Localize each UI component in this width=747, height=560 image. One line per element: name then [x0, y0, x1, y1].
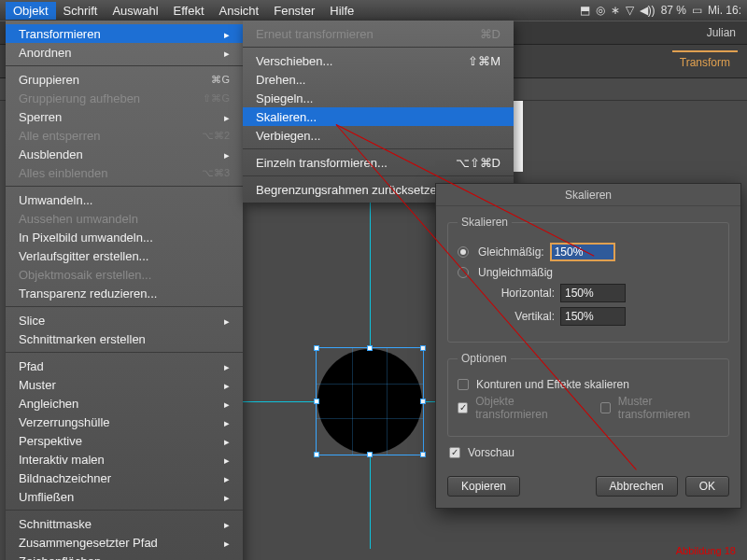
menu-item: Gruppierung aufheben⇧⌘G	[6, 89, 243, 107]
menu-item[interactable]: Umwandeln...	[6, 190, 243, 209]
user-name: Julian	[707, 26, 736, 39]
menu-ansicht[interactable]: Ansicht	[212, 2, 267, 20]
menu-item[interactable]: Umfließen	[6, 487, 243, 506]
menu-item: Alle entsperren⌥⌘2	[6, 126, 243, 145]
dropbox-icon: ⬒	[580, 4, 590, 17]
submenu-item[interactable]: Verbiegen...	[243, 126, 514, 145]
submenu-item[interactable]: Skalieren...	[243, 107, 514, 126]
menu-item[interactable]: Verzerrungshülle	[6, 413, 243, 431]
menu-item[interactable]: Zeichenflächen	[6, 552, 243, 560]
vertical-value-input[interactable]	[560, 307, 626, 326]
menu-item[interactable]: Sperren	[6, 107, 243, 126]
horizontal-label: Horizontal:	[458, 287, 555, 300]
transform-patterns-label: Muster transformieren	[618, 395, 719, 421]
battery-icon: ▭	[692, 4, 702, 17]
dialog-title: Skalieren	[436, 184, 740, 206]
transform-objects-label: Objekte transformieren	[475, 395, 581, 421]
uniform-radio[interactable]	[458, 246, 469, 258]
transform-panel-tab[interactable]: Transform	[672, 50, 738, 73]
resize-handle[interactable]	[367, 452, 373, 457]
submenu-item: Erneut transformieren⌘D	[243, 24, 514, 43]
menu-item[interactable]: Gruppieren⌘G	[6, 70, 243, 89]
menu-item[interactable]: Perspektive	[6, 431, 243, 450]
cancel-button[interactable]: Abbrechen	[596, 476, 678, 497]
battery-percent: 87 %	[661, 4, 686, 17]
volume-icon: ◀))	[640, 4, 655, 17]
vertical-label: Vertikal:	[458, 310, 555, 323]
nonuniform-label: Ungleichmäßig	[478, 266, 553, 279]
menu-item: Aussehen umwandeln	[6, 209, 243, 228]
menu-item[interactable]: Zusammengesetzter Pfad	[6, 533, 243, 552]
horizontal-value-input[interactable]	[560, 284, 626, 302]
menu-item[interactable]: Bildnachzeichner	[6, 469, 243, 487]
menu-objekt[interactable]: Objekt	[6, 2, 56, 20]
resize-handle[interactable]	[420, 345, 426, 351]
scale-group: Skalieren Gleichmäßig: Ungleichmäßig Hor…	[447, 216, 729, 343]
menu-item[interactable]: Schnittmarken erstellen	[6, 329, 243, 348]
sync-icon: ◎	[596, 4, 605, 17]
resize-handle[interactable]	[314, 452, 319, 457]
uniform-value-input[interactable]	[550, 243, 615, 261]
preview-checkbox[interactable]	[449, 447, 460, 458]
transform-objects-checkbox[interactable]	[458, 402, 468, 413]
menu-item[interactable]: Angleichen	[6, 394, 243, 413]
submenu-item[interactable]: Spiegeln...	[243, 89, 514, 107]
submenu-item[interactable]: Einzeln transformieren...⌥⇧⌘D	[243, 153, 514, 172]
nonuniform-radio[interactable]	[458, 267, 469, 278]
ok-button[interactable]: OK	[685, 476, 729, 497]
options-group: Optionen Konturen und Effekte skalieren …	[447, 352, 729, 437]
menu-item[interactable]: Transformieren	[6, 24, 243, 43]
menu-item[interactable]: Verlaufsgitter erstellen...	[6, 246, 243, 265]
clock: Mi. 16:	[708, 4, 741, 17]
menu-item: Objektmosaik erstellen...	[6, 265, 243, 284]
menu-effekt[interactable]: Effekt	[166, 2, 212, 20]
annotation-caption: Abbildung 18	[676, 545, 736, 556]
transformieren-submenu[interactable]: Erneut transformieren⌘DVerschieben...⇧⌘M…	[243, 21, 514, 203]
copy-button[interactable]: Kopieren	[447, 476, 520, 497]
menu-item[interactable]: Schnittmaske	[6, 514, 243, 533]
wifi-icon: ▽	[626, 4, 634, 17]
menu-hilfe[interactable]: Hilfe	[322, 2, 361, 20]
scale-strokes-label: Konturen und Effekte skalieren	[476, 378, 629, 391]
selection-bounding-box[interactable]	[316, 347, 424, 455]
menu-item[interactable]: Interaktiv malen	[6, 450, 243, 469]
menu-item[interactable]: Slice	[6, 311, 243, 329]
resize-handle[interactable]	[314, 345, 319, 351]
resize-handle[interactable]	[420, 399, 426, 404]
options-group-label: Optionen	[458, 352, 511, 365]
menu-auswahl[interactable]: Auswahl	[105, 2, 165, 20]
os-menubar: Objekt Schrift Auswahl Effekt Ansicht Fe…	[0, 0, 747, 21]
submenu-item[interactable]: Drehen...	[243, 70, 514, 89]
status-tray: ⬒ ◎ ∗ ▽ ◀)) 87 % ▭ Mi. 16:	[580, 4, 741, 17]
menu-schrift[interactable]: Schrift	[56, 2, 106, 20]
menu-item[interactable]: Muster	[6, 375, 243, 394]
transform-patterns-checkbox[interactable]	[600, 402, 611, 413]
menu-item[interactable]: In Pixelbild umwandeln...	[6, 228, 243, 246]
menu-item: Alles einblenden⌥⌘3	[6, 163, 243, 182]
resize-handle[interactable]	[314, 399, 319, 404]
preview-label: Vorschau	[468, 446, 514, 459]
menu-item[interactable]: Anordnen	[6, 43, 243, 62]
submenu-item[interactable]: Verschieben...⇧⌘M	[243, 51, 514, 70]
bluetooth-icon: ∗	[611, 4, 620, 17]
menu-item[interactable]: Ausblenden	[6, 145, 243, 163]
menu-fenster[interactable]: Fenster	[266, 2, 322, 20]
objekt-menu-dropdown[interactable]: TransformierenAnordnenGruppieren⌘GGruppi…	[6, 21, 243, 560]
menu-item[interactable]: Transparenz reduzieren...	[6, 284, 243, 302]
menu-item[interactable]: Pfad	[6, 357, 243, 375]
uniform-label: Gleichmäßig:	[478, 245, 544, 259]
resize-handle[interactable]	[420, 452, 426, 457]
scale-dialog[interactable]: Skalieren Skalieren Gleichmäßig: Ungleic…	[435, 183, 741, 509]
resize-handle[interactable]	[367, 345, 373, 351]
scale-group-label: Skalieren	[458, 216, 512, 229]
scale-strokes-checkbox[interactable]	[458, 379, 469, 390]
